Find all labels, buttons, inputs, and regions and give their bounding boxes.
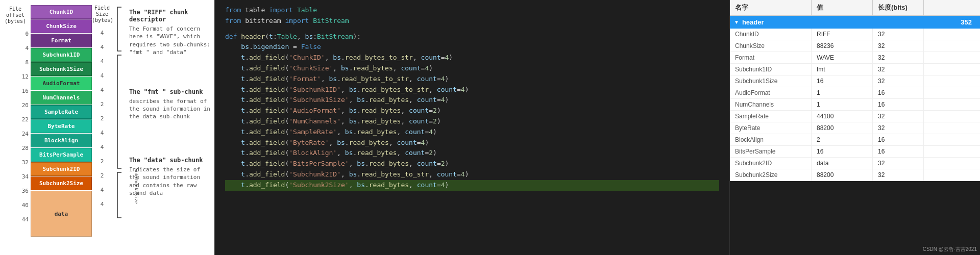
size-4c: 4 [92, 54, 112, 68]
code-add-sub1id: t.add_field('Subchunk1ID', bs.read_bytes… [225, 85, 719, 95]
field-format: Format [31, 34, 92, 47]
row-len-sub1id: 32 [873, 64, 924, 75]
th-length: 长度(bits) [873, 0, 924, 15]
code-add-samplerate: t.add_field('SampleRate', bs.read_bytes,… [225, 127, 719, 138]
row-name-numch: NumChannels [730, 99, 812, 110]
desc-riff-title: The "RIFF" chunk descriptor [129, 9, 210, 23]
desc-riff: The "RIFF" chunk descriptor The Format o… [129, 9, 210, 57]
row-len-samplerate: 32 [873, 111, 924, 122]
desc-riff-text: The Format of concern here is "WAVE", wh… [129, 25, 210, 57]
field-audiofmt: AudioFormat [31, 76, 92, 90]
row-len-sub2sz: 32 [873, 169, 924, 181]
data-table-panel: 名字 值 长度(bits) ▼ header 352 ChunkID RIFF … [730, 0, 980, 255]
offset-col-header: File offset(bytes) [0, 6, 31, 24]
row-name-sub2id: Subchunk2ID [730, 158, 812, 169]
offset-24: 24 [0, 126, 31, 141]
field-subchunk1sz: Subchunk1Size [31, 62, 92, 76]
desc-fmt: The "fmt " sub-chunk describes the forma… [129, 88, 210, 121]
table-row: Subchunk1ID fmt 32 [730, 64, 980, 75]
table-row: BlockAlign 2 16 [730, 134, 980, 146]
row-name-byterate: ByteRate [730, 122, 812, 134]
fields-column: ChunkID ChunkSize Format Subchunk1ID Sub… [31, 5, 92, 250]
code-add-chunkid: t.add_field('ChunkID', bs.read_bytes_to_… [225, 53, 719, 63]
descriptions-column: The "RIFF" chunk descriptor The Format o… [125, 5, 214, 250]
offset-0: 0 [0, 27, 31, 41]
offset-16: 16 [0, 84, 31, 98]
field-bitspersample: BitsPerSample [31, 148, 92, 162]
code-add-byterate: t.add_field('ByteRate', bs.read_bytes, c… [225, 138, 719, 148]
field-samplerate: SampleRate [31, 105, 92, 119]
offset-8: 8 [0, 55, 31, 69]
brace-riff [112, 6, 122, 52]
row-len-sub1sz: 32 [873, 75, 924, 87]
table-row: BitsPerSample 16 16 [730, 146, 980, 158]
row-len-bps: 16 [873, 146, 924, 157]
field-subchunk1id: Subchunk1ID [31, 48, 92, 62]
row-value-bps: 16 [812, 146, 873, 157]
row-value-audiofmt: 1 [812, 87, 873, 98]
group-header-row[interactable]: ▼ header 352 [730, 16, 980, 29]
table-row: Subchunk2Size 88200 32 [730, 169, 980, 181]
size-column: Field Size(bytes) 4 4 4 4 4 2 2 4 4 2 2 … [92, 5, 112, 250]
row-len-blockalign: 16 [873, 134, 924, 145]
row-value-sub2id: data [812, 158, 873, 169]
field-blockalign: BlockAlign [31, 134, 92, 147]
row-value-sub1id: fmt [812, 64, 873, 75]
row-name-format: Format [730, 52, 812, 63]
size-empty [92, 211, 112, 225]
row-value-sub2sz: 88200 [812, 169, 873, 181]
brace-data-main [112, 171, 122, 220]
table-row: Subchunk2ID data 32 [730, 158, 980, 169]
offset-36: 36 [0, 184, 31, 198]
row-len-numch: 16 [873, 99, 924, 110]
watermark: CSDN @云哲·吉吉2021 [923, 246, 977, 253]
row-len-sub2id: 32 [873, 158, 924, 169]
offset-22: 22 [0, 112, 31, 126]
row-value-format: WAVE [812, 52, 873, 63]
code-bigendian: bs.bigendien = False [225, 42, 719, 53]
code-add-blockalign: t.add_field('BlockAlign', bs.read_bytes,… [225, 148, 719, 159]
table-row: SampleRate 44100 32 [730, 111, 980, 122]
size-4f: 4 [92, 125, 112, 140]
offset-32: 32 [0, 155, 31, 169]
row-name-bps: BitsPerSample [730, 146, 812, 157]
row-value-blockalign: 2 [812, 134, 873, 145]
row-len-chunksize: 32 [873, 40, 924, 52]
row-value-chunkid: RIFF [812, 29, 873, 40]
row-len-format: 32 [873, 52, 924, 63]
desc-fmt-text: describes the format of the sound inform… [129, 97, 210, 121]
code-import-1: from table import Table [225, 5, 719, 16]
size-2c: 2 [92, 154, 112, 168]
code-blank-1 [225, 27, 719, 32]
data-table: 名字 值 长度(bits) ▼ header 352 ChunkID RIFF … [730, 0, 980, 181]
row-name-samplerate: SampleRate [730, 111, 812, 122]
code-add-bps: t.add_field('BitsPerSample', bs.read_byt… [225, 159, 719, 169]
size-4g: 4 [92, 140, 112, 154]
expand-icon: ▼ [734, 19, 739, 25]
th-name: 名字 [730, 0, 812, 15]
row-value-sub1sz: 16 [812, 75, 873, 87]
desc-data-text: Indicates the size of the sound informat… [129, 166, 210, 197]
table-row: Subchunk1Size 16 32 [730, 75, 980, 87]
size-4b: 4 [92, 40, 112, 54]
desc-fmt-title: The "fmt " sub-chunk [129, 88, 210, 95]
th-value: 值 [812, 0, 873, 15]
desc-data: The "data" sub-chunk Indicates the size … [129, 157, 210, 197]
row-name-audiofmt: AudioFormat [730, 87, 812, 98]
row-name-sub2sz: Subchunk2Size [730, 169, 812, 181]
field-subchunk2sz: Subchunk2Size [31, 176, 92, 190]
row-len-byterate: 32 [873, 122, 924, 134]
size-4e: 4 [92, 83, 112, 97]
row-name-sub1sz: Subchunk1Size [730, 75, 812, 87]
desc-data-title: The "data" sub-chunk [129, 157, 210, 164]
row-name-blockalign: BlockAlign [730, 134, 812, 145]
offset-40: 40 [0, 198, 31, 212]
offset-column: File offset(bytes) 0 4 8 12 16 20 22 24 … [0, 5, 31, 250]
brace-fmt [112, 54, 122, 170]
code-add-audiofmt: t.add_field('AudioFormat', bs.read_bytes… [225, 106, 719, 116]
code-add-sub2sz: t.add_field('Subchunk2Size', bs.read_byt… [225, 180, 719, 191]
code-panel: from table import Table from bitstream i… [214, 0, 730, 255]
offset-28: 28 [0, 141, 31, 155]
row-name-chunksize: ChunkSize [730, 40, 812, 52]
field-data: data [31, 191, 92, 237]
